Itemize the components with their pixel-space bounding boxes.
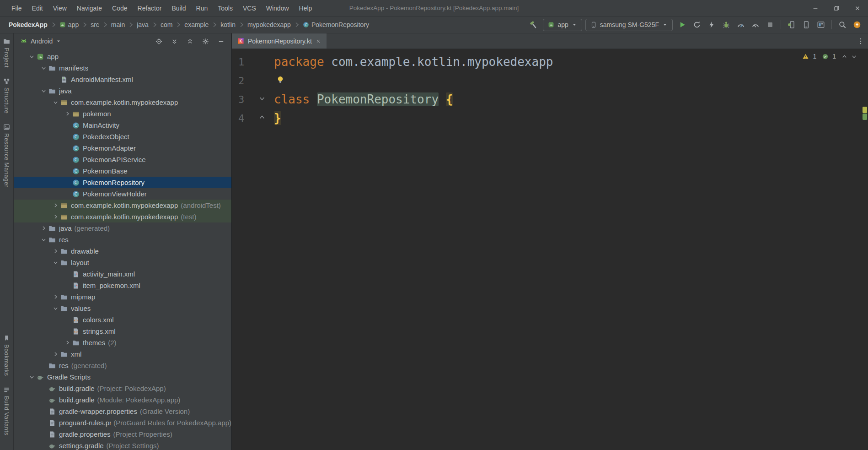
tree-row-pokemonviewholder[interactable]: CPokemonViewHolder xyxy=(14,188,231,200)
chevron-right-icon[interactable] xyxy=(62,111,72,117)
stripe-button-structure[interactable]: Structure xyxy=(3,78,10,114)
breadcrumb-item-mypokedexapp[interactable]: mypokedexapp xyxy=(246,20,292,29)
chevron-right-icon[interactable] xyxy=(38,225,48,231)
chevron-down-icon[interactable] xyxy=(27,54,37,60)
chevron-down-icon[interactable] xyxy=(38,88,48,94)
apply-changes-button[interactable] xyxy=(691,19,703,31)
tree-row-mainactivity[interactable]: CMainActivity xyxy=(14,119,231,131)
expand-all-button[interactable] xyxy=(169,36,179,46)
chevron-down-icon[interactable] xyxy=(50,260,60,266)
device-select[interactable]: samsung SM-G525F xyxy=(585,19,673,31)
tree-row-java[interactable]: java xyxy=(14,85,231,97)
code-line-4[interactable]: } xyxy=(274,109,856,128)
minimize-button[interactable] xyxy=(805,0,826,16)
tab-pokemonrepository[interactable]: K PokemonRepository.kt xyxy=(232,33,327,49)
chevron-right-icon[interactable] xyxy=(50,202,60,208)
error-stripe[interactable] xyxy=(863,107,867,120)
tree-row-build-gradle[interactable]: build.gradle(Module: PokedexApp.app) xyxy=(14,394,231,406)
menu-navigate[interactable]: Navigate xyxy=(72,0,107,16)
notifications-button[interactable] xyxy=(851,19,863,31)
tree-row-xml[interactable]: xml xyxy=(14,348,231,360)
tree-row-drawable[interactable]: drawable xyxy=(14,245,231,257)
tree-row-com-example-kotlin-mypokedexapp[interactable]: com.example.kotlin.mypokedexapp(test) xyxy=(14,211,231,222)
hide-panel-button[interactable] xyxy=(216,36,226,46)
prev-issue-button[interactable] xyxy=(841,54,847,60)
tree-row-res[interactable]: res xyxy=(14,234,231,245)
stripe-button-resource-manager[interactable]: Resource Manager xyxy=(3,124,10,188)
tree-row-com-example-kotlin-mypokedexapp[interactable]: com.example.kotlin.mypokedexapp(androidT… xyxy=(14,200,231,211)
tree-row-values[interactable]: values xyxy=(14,303,231,314)
tree-row-java[interactable]: java(generated) xyxy=(14,222,231,234)
tree-row-themes[interactable]: themes(2) xyxy=(14,337,231,348)
tree-row-item-pokemon-xml[interactable]: item_pokemon.xml xyxy=(14,280,231,291)
breadcrumb-item-kotlin[interactable]: kotlin xyxy=(219,20,237,29)
breadcrumb-item-main[interactable]: main xyxy=(110,20,126,29)
apply-code-changes-button[interactable] xyxy=(705,19,718,31)
tree-row-activity-main-xml[interactable]: activity_main.xml xyxy=(14,268,231,280)
device-manager-button[interactable] xyxy=(800,19,813,31)
quickfix-lightbulb-icon[interactable] xyxy=(276,75,286,85)
run-config-select[interactable]: app xyxy=(543,19,582,31)
line-number[interactable]: 2 xyxy=(232,71,271,90)
menu-build[interactable]: Build xyxy=(166,0,191,16)
tree-row-build-gradle[interactable]: build.gradle(Project: PokedexApp) xyxy=(14,383,231,394)
menu-window[interactable]: Window xyxy=(261,0,294,16)
tree-row-colors-xml[interactable]: colors.xml xyxy=(14,314,231,325)
tree-row-manifests[interactable]: manifests xyxy=(14,62,231,74)
stripe-button-bookmarks[interactable]: Bookmarks xyxy=(3,335,10,376)
breadcrumb-item-java[interactable]: java xyxy=(135,20,150,29)
tab-options-button[interactable] xyxy=(853,33,868,49)
tree-row-gradle-properties[interactable]: gradle.properties(Project Properties) xyxy=(14,428,231,440)
tree-row-androidmanifest-xml[interactable]: AndroidManifest.xml xyxy=(14,74,231,85)
menu-tools[interactable]: Tools xyxy=(213,0,238,16)
menu-run[interactable]: Run xyxy=(191,0,213,16)
close-button[interactable] xyxy=(847,0,868,16)
tree-row-pokemon[interactable]: pokemon xyxy=(14,108,231,119)
tree-row-proguard-rules-pro[interactable]: proguard-rules.pro(ProGuard Rules for Po… xyxy=(14,417,231,428)
chevron-right-icon[interactable] xyxy=(62,340,72,346)
tree-row-gradle-wrapper-properties[interactable]: gradle-wrapper.properties(Gradle Version… xyxy=(14,406,231,417)
stripe-button-project[interactable]: Project xyxy=(3,38,10,68)
chevron-down-icon[interactable] xyxy=(38,65,48,71)
breadcrumb-item-app[interactable]: app xyxy=(58,20,80,29)
fold-marker-icon[interactable] xyxy=(258,95,266,102)
line-number[interactable]: 1 xyxy=(232,53,271,71)
search-button[interactable] xyxy=(836,19,849,31)
stripe-button-build-variants[interactable]: Build Variants xyxy=(3,386,10,435)
tree-row-com-example-kotlin-mypokedexapp[interactable]: com.example.kotlin.mypokedexapp xyxy=(14,97,231,108)
menu-code[interactable]: Code xyxy=(107,0,132,16)
project-view-selector[interactable]: Android xyxy=(20,38,61,45)
tree-row-gradle-scripts[interactable]: Gradle Scripts xyxy=(14,371,231,383)
build-button[interactable] xyxy=(527,19,540,31)
chevron-down-icon[interactable] xyxy=(50,305,60,311)
tree-row-pokemonbase[interactable]: CPokemonBase xyxy=(14,165,231,177)
collapse-all-button[interactable] xyxy=(185,36,195,46)
profiler-low-button[interactable] xyxy=(749,19,762,31)
code-content[interactable]: package com.example.kotlin.mypokedexappc… xyxy=(271,49,868,450)
breadcrumb-item-pokedexapp[interactable]: PokedexApp xyxy=(7,20,49,29)
profiler-button[interactable] xyxy=(734,19,747,31)
tree-row-pokemonadapter[interactable]: CPokemonAdapter xyxy=(14,142,231,154)
tree-row-res[interactable]: res(generated) xyxy=(14,360,231,371)
ok-stripe-mark[interactable] xyxy=(863,114,867,120)
chevron-right-icon[interactable] xyxy=(50,214,60,220)
tree-row-pokemonapiservice[interactable]: CPokemonAPIService xyxy=(14,154,231,165)
code-line-2[interactable] xyxy=(274,71,856,90)
select-opened-file-button[interactable] xyxy=(154,36,164,46)
code-line-1[interactable]: package com.example.kotlin.mypokedexapp xyxy=(274,53,856,71)
warning-stripe-mark[interactable] xyxy=(863,107,867,113)
breadcrumb-item-pokemonrepository[interactable]: CPokemonRepository xyxy=(301,20,370,29)
tree-row-strings-xml[interactable]: strings.xml xyxy=(14,325,231,337)
tree-row-mipmap[interactable]: mipmap xyxy=(14,291,231,303)
chevron-right-icon[interactable] xyxy=(50,294,60,300)
breadcrumb-item-example[interactable]: example xyxy=(183,20,210,29)
tree-row-app[interactable]: app xyxy=(14,51,231,62)
tree-row-layout[interactable]: layout xyxy=(14,257,231,268)
layout-inspector-button[interactable] xyxy=(814,19,827,31)
menu-vcs[interactable]: VCS xyxy=(238,0,261,16)
breadcrumb-item-src[interactable]: src xyxy=(89,20,101,29)
tree-row-pokemonrepository[interactable]: CPokemonRepository xyxy=(14,177,231,188)
tree-row-pokedexobject[interactable]: CPokedexObject xyxy=(14,131,231,142)
debug-button[interactable] xyxy=(720,19,733,31)
chevron-down-icon[interactable] xyxy=(50,99,60,105)
